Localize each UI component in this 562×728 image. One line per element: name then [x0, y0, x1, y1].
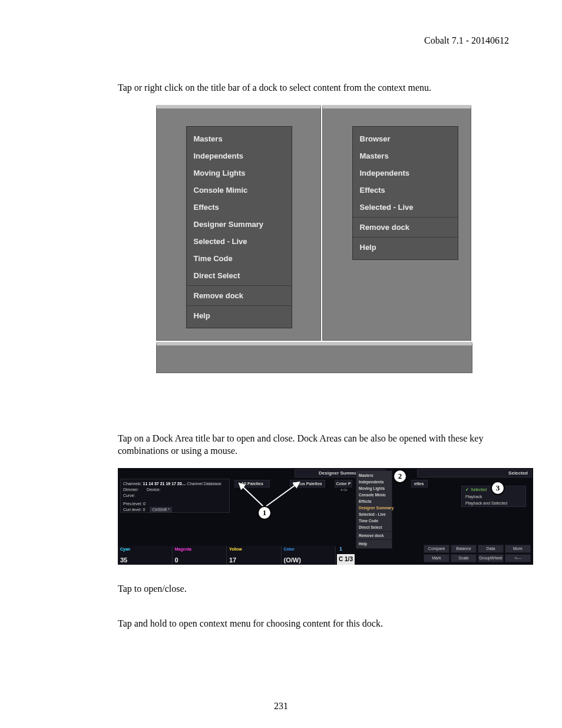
cmy-label: Magenta — [175, 547, 224, 551]
cmy-label: Yellow — [229, 547, 279, 551]
action-buttons: Compare Balance Data More Mark Scale Gro… — [424, 545, 531, 562]
device-label: Device: — [147, 487, 160, 492]
document-page: Cobalt 7.1 - 20140612 Tap or right click… — [0, 0, 562, 728]
dock-context-menu: Masters Independents Moving Lights Conso… — [356, 470, 392, 549]
ctx-separator — [356, 539, 392, 540]
btn-data[interactable]: Data — [478, 545, 504, 553]
btn-scale[interactable]: Scale — [451, 554, 477, 562]
menu-remove-dock[interactable]: Remove dock — [353, 219, 458, 236]
btn-groupwheel[interactable]: GroupWheel — [478, 554, 504, 562]
context-menu-long: Masters Independents Moving Lights Conso… — [186, 126, 292, 328]
page-header: Cobalt 7.1 - 20140612 — [118, 35, 509, 46]
dock-title-selected[interactable]: Selected — [417, 469, 532, 477]
sel-item-playback-selected[interactable]: Playback and Selected — [462, 500, 525, 506]
ctx-item[interactable]: Independents — [356, 479, 392, 485]
ctx-item[interactable]: Masters — [356, 472, 392, 479]
page-number-indicator: 1 — [339, 546, 342, 552]
btn-compare[interactable]: Compare — [424, 545, 449, 553]
menu-item[interactable]: Selected - Live — [353, 199, 458, 216]
menu-item[interactable]: Designer Summary — [187, 216, 292, 233]
menu-separator — [187, 285, 292, 286]
cmy-value: 35 — [120, 556, 170, 564]
tab-palettes-suffix[interactable]: ettes — [411, 480, 428, 487]
menu-remove-dock[interactable]: Remove dock — [187, 287, 292, 304]
cmy-value: 17 — [229, 556, 279, 564]
menu-item[interactable]: Masters — [353, 147, 458, 164]
cmy-magenta: Magenta 0 — [173, 546, 227, 565]
menu-item[interactable]: Direct Select — [187, 267, 292, 284]
page-number: 231 — [0, 701, 562, 711]
menu-help[interactable]: Help — [353, 239, 458, 256]
cmy-color: Color (O/W) — [282, 546, 336, 565]
ctx-item[interactable]: Selected - Live — [356, 511, 392, 518]
menu-separator — [187, 305, 292, 306]
check-icon: ✔ — [465, 487, 469, 492]
tab-color-palettes[interactable]: Color P — [335, 480, 352, 487]
channel-info-pane: Channels: 11 14 37 21 19 17 20… Channel … — [120, 479, 230, 513]
cmy-label: Color — [284, 547, 333, 551]
menu-item[interactable]: Effects — [353, 182, 458, 199]
cmy-cyan: Cyan 35 — [118, 546, 173, 565]
curve-label: Curve: — [123, 493, 227, 499]
cmy-value: 0 — [175, 556, 224, 564]
curr-level: Curr.level: 0 — [123, 508, 145, 512]
menu-item[interactable]: Browser — [353, 130, 458, 147]
tab-all-palettes[interactable]: All Palettes — [234, 480, 270, 487]
menu-item[interactable]: Independents — [187, 147, 292, 164]
sel-item-playback[interactable]: Playback — [462, 493, 525, 500]
ctx-remove-dock[interactable]: Remove dock — [356, 532, 392, 539]
channels-value: 11 14 37 21 19 17 20… — [143, 482, 186, 486]
dock-cell-right: Browser Masters Independents Effects Sel… — [322, 105, 471, 341]
btn-balance[interactable]: Balance — [451, 545, 477, 553]
prev-level: Prev.level: 0 — [123, 501, 227, 507]
context-menus-figure: Masters Independents Moving Lights Conso… — [156, 105, 471, 373]
menu-item[interactable]: Independents — [353, 164, 458, 182]
cmy-label: Cyan — [120, 547, 170, 551]
btn-more[interactable]: More — [505, 545, 531, 553]
ctx-item-highlighted[interactable]: Designer Summary — [356, 505, 392, 511]
dock-cell-left: Masters Independents Moving Lights Conso… — [156, 105, 321, 341]
subtab-label: 4 Gr — [340, 488, 348, 492]
paragraph-2: Tap on a Dock Area title bar to open and… — [118, 432, 509, 457]
page-indicator[interactable]: C 1/3 — [337, 554, 355, 565]
menu-item[interactable]: Time Code — [187, 250, 292, 267]
ctx-item[interactable]: Time Code — [356, 518, 392, 524]
ctx-item[interactable]: Console Mimic — [356, 492, 392, 498]
menu-item[interactable]: Selected - Live — [187, 233, 292, 250]
paragraph-4: Tap and hold to open context menu for ch… — [118, 617, 509, 630]
menu-separator — [353, 237, 458, 238]
dock-footer-bar — [156, 342, 472, 373]
ctx-item[interactable]: Moving Lights — [356, 485, 392, 492]
ctrlshift-chip: CtrlShift * — [150, 507, 172, 513]
console-screenshot: Designer Summary Selected Channels: 11 1… — [118, 468, 533, 565]
paragraph-1: Tap or right click on the title bar of a… — [118, 81, 509, 94]
menu-help[interactable]: Help — [187, 307, 292, 324]
menu-item[interactable]: Effects — [187, 199, 292, 216]
ctx-separator — [356, 531, 392, 532]
menu-separator — [353, 217, 458, 218]
callout-2: 2 — [393, 469, 407, 483]
context-menu-short: Browser Masters Independents Effects Sel… — [352, 126, 458, 260]
callout-1: 1 — [257, 506, 272, 520]
menu-item[interactable]: Masters — [187, 130, 292, 147]
callout-3: 3 — [491, 481, 505, 495]
menu-item[interactable]: Moving Lights — [187, 164, 292, 182]
btn-back[interactable]: <--- — [505, 554, 531, 562]
channels-label: Channels: — [123, 482, 142, 486]
dimmer-label: Dimmer: — [123, 487, 138, 492]
cmy-value: (O/W) — [284, 556, 333, 564]
btn-mark[interactable]: Mark — [424, 554, 449, 562]
ctx-item[interactable]: Effects — [356, 498, 392, 505]
menu-item[interactable]: Console Mimic — [187, 182, 292, 199]
paragraph-3: Tap to open/close. — [118, 582, 509, 595]
tab-focus-palettes[interactable]: Focus Palettes — [290, 480, 325, 487]
cmy-row: Cyan 35 Magenta 0 Yellow 17 Color (O/W) — [118, 546, 336, 565]
ctx-help[interactable]: Help — [356, 541, 392, 547]
cmy-yellow: Yellow 17 — [227, 546, 282, 565]
channel-database-label: Channel Database — [187, 482, 222, 486]
ctx-item[interactable]: Direct Select — [356, 524, 392, 531]
